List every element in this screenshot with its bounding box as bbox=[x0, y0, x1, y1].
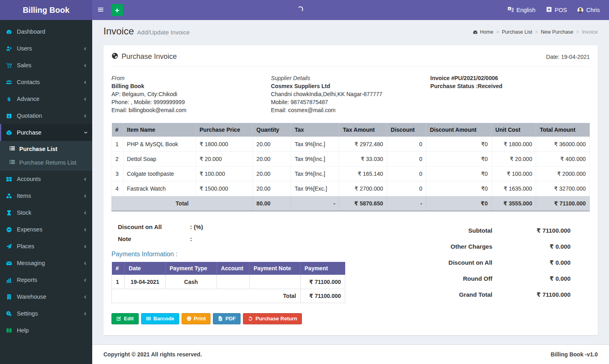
cart-icon bbox=[6, 62, 17, 68]
payment-cell: 1 bbox=[112, 275, 125, 289]
item-cell: ₹ 32700.000 bbox=[536, 181, 590, 196]
supplier-block: Supplier Details Cosmex Suppliers Ltd Ch… bbox=[271, 74, 431, 114]
sidebar-item-help[interactable]: Help bbox=[0, 322, 92, 339]
invoice-heading: Purchase Invoice bbox=[111, 52, 177, 61]
column-header-purchase-price: Purchase Price bbox=[196, 123, 253, 137]
summary-label: Discount on All bbox=[345, 259, 492, 266]
sidebar-item-label: Items bbox=[17, 193, 84, 199]
sidebar-item-contacts[interactable]: Contacts‹ bbox=[0, 74, 92, 90]
plus-square-icon bbox=[546, 6, 552, 14]
sidebar-item-purchase-returns-list[interactable]: Purchase Returns List bbox=[0, 156, 92, 169]
sidebar-item-places[interactable]: Places‹ bbox=[0, 238, 92, 255]
item-cell: Tax 9%[Inc.] bbox=[291, 166, 339, 181]
items-total-cell: Total bbox=[112, 196, 253, 211]
item-cell: ₹ 1800.000 bbox=[492, 137, 536, 151]
book-icon bbox=[6, 328, 17, 334]
item-cell: Fastrack Watch bbox=[123, 181, 196, 196]
purchase-return-button[interactable]: Purchase Return bbox=[243, 313, 302, 324]
app-logo[interactable]: Billing Book bbox=[0, 0, 92, 20]
items-table: #Item NamePurchase PriceQuantityTaxTax A… bbox=[111, 123, 590, 211]
sidebar-item-items[interactable]: Items‹ bbox=[0, 187, 92, 204]
button-label: PDF bbox=[225, 316, 236, 322]
action-buttons: EditBarcodePrintPDFPurchase Return bbox=[111, 313, 345, 324]
minus-circle-icon bbox=[6, 227, 17, 233]
payments-column-header-date: Date bbox=[125, 262, 166, 275]
button-label: Barcode bbox=[154, 316, 174, 322]
item-cell: 0 bbox=[387, 181, 426, 196]
language-menu[interactable]: English bbox=[502, 0, 541, 20]
sidebar-item-label: Warehouse bbox=[17, 294, 84, 300]
summary-value: ₹ 71100.000 bbox=[492, 291, 571, 298]
item-cell: 20.00 bbox=[253, 166, 291, 181]
invoice-title-row: Purchase Invoice Date: 19-04-2021 bbox=[111, 52, 590, 67]
chevron-left-icon: ‹ bbox=[84, 80, 86, 84]
app-window: Billing Book + English POS Chris bbox=[0, 0, 609, 364]
avatar bbox=[577, 7, 583, 13]
item-cell: 4 bbox=[112, 181, 123, 196]
sidebar-toggle-button[interactable] bbox=[92, 0, 109, 20]
top-navbar: Billing Book + English POS Chris bbox=[0, 0, 609, 20]
sidebar-item-warehouse[interactable]: Warehouse‹ bbox=[0, 288, 92, 305]
item-cell: 0 bbox=[387, 166, 426, 181]
item-cell: 20.00 bbox=[253, 137, 291, 151]
page-title: Invoice Add/Update Invoice bbox=[103, 26, 190, 37]
users-icon bbox=[6, 79, 17, 85]
invoice-parties: From Billing Book AP: Belgaum, City:Chik… bbox=[111, 74, 590, 114]
column-header-total-amount: Total Amount bbox=[536, 123, 590, 137]
summary-row-subtotal: Subtotal₹ 71100.000 bbox=[345, 223, 571, 239]
breadcrumb-new-purchase[interactable]: New Purchase bbox=[541, 29, 573, 35]
print-icon bbox=[186, 316, 192, 321]
list-icon bbox=[9, 159, 19, 166]
breadcrumb-purchase-list[interactable]: Purchase List bbox=[502, 29, 532, 35]
sidebar-subitem-label: Purchase Returns List bbox=[19, 159, 77, 166]
payment-cell bbox=[249, 275, 300, 289]
content-area: Invoice Add/Update Invoice Home>Purchase… bbox=[92, 20, 609, 344]
items-total-cell: ₹ 71100.000 bbox=[536, 196, 590, 211]
item-row: 3Colgate toothpaste₹ 100.00020.00Tax 9%[… bbox=[112, 166, 590, 181]
sidebar-item-advance[interactable]: $Advance‹ bbox=[0, 90, 92, 107]
breadcrumb-label: Home bbox=[480, 29, 493, 35]
sidebar-item-dashboard[interactable]: Dashboard bbox=[0, 23, 92, 40]
sidebar-item-label: Places bbox=[17, 243, 84, 249]
sidebar-item-messaging[interactable]: Messaging‹ bbox=[0, 255, 92, 271]
summary-row-discount-on-all: Discount on All₹ 0.000 bbox=[345, 255, 571, 271]
edit-button[interactable]: Edit bbox=[111, 313, 139, 324]
copyright-text: Copyright © 2021 All rights reserved. bbox=[103, 351, 202, 358]
sidebar-item-sales[interactable]: Sales‹ bbox=[0, 57, 92, 74]
pdf-button[interactable]: PDF bbox=[213, 313, 241, 324]
sidebar-item-expenses[interactable]: Expenses‹ bbox=[0, 221, 92, 238]
sidebar-item-accounts[interactable]: Accounts‹ bbox=[0, 171, 92, 187]
sidebar-item-reports[interactable]: Reports‹ bbox=[0, 271, 92, 288]
item-cell: ₹ 1635.000 bbox=[492, 181, 536, 196]
note-value: : bbox=[190, 235, 192, 242]
item-cell: ₹ 20.000 bbox=[196, 151, 253, 166]
language-label: English bbox=[516, 7, 536, 13]
sidebar-item-users[interactable]: Users‹ bbox=[0, 40, 92, 57]
print-button[interactable]: Print bbox=[182, 313, 211, 324]
sidebar-item-quotation[interactable]: Quotation‹ bbox=[0, 107, 92, 124]
sidebar-item-label: Users bbox=[17, 45, 84, 52]
hamburger-icon bbox=[97, 6, 104, 14]
payment-cell: 19-04-2021 bbox=[125, 275, 166, 289]
payments-column-header-payment-type: Payment Type bbox=[165, 262, 216, 275]
barcode-icon bbox=[146, 316, 151, 321]
sidebar-item-purchase-list[interactable]: Purchase List bbox=[0, 142, 92, 156]
summary-value: ₹ 71100.000 bbox=[492, 227, 571, 234]
navbar: + English POS Chris bbox=[92, 0, 609, 20]
supplier-label: Supplier Details bbox=[271, 74, 431, 82]
sidebar-item-purchase[interactable]: Purchase‹ bbox=[0, 124, 92, 141]
quick-add-button[interactable]: + bbox=[111, 4, 123, 16]
items-total-row: Total80.00-₹ 5870.650-₹0₹ 3555.000₹ 7110… bbox=[112, 196, 590, 211]
sidebar-item-label: Dashboard bbox=[17, 28, 86, 35]
pos-button[interactable]: POS bbox=[541, 0, 573, 20]
user-menu[interactable]: Chris bbox=[572, 0, 605, 20]
sidebar-item-settings[interactable]: Settings‹ bbox=[0, 305, 92, 322]
payments-total-value: ₹ 71100.000 bbox=[300, 289, 345, 303]
column-header-discount: Discount bbox=[387, 123, 426, 137]
breadcrumb-home[interactable]: Home bbox=[473, 29, 493, 35]
barcode-button[interactable]: Barcode bbox=[141, 313, 179, 324]
chevron-left-icon: ‹ bbox=[84, 63, 86, 67]
sidebar-item-stock[interactable]: Stock‹ bbox=[0, 204, 92, 221]
payments-table: #DatePayment TypeAccountPayment NotePaym… bbox=[111, 262, 345, 303]
items-total-cell: - bbox=[291, 196, 339, 211]
